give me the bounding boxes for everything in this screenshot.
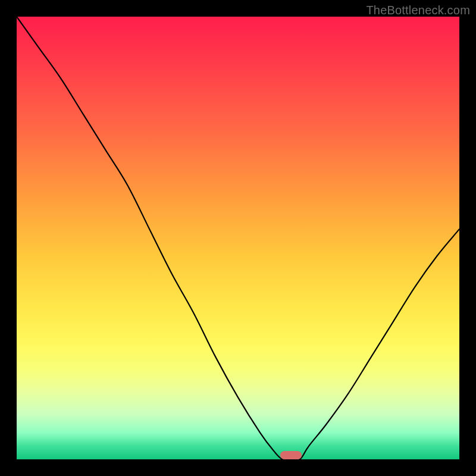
- chart-frame: TheBottleneck.com: [0, 0, 476, 476]
- bottleneck-curve: [17, 17, 459, 459]
- optimum-marker: [280, 451, 302, 459]
- plot-area: [17, 17, 459, 459]
- watermark-text: TheBottleneck.com: [366, 4, 470, 17]
